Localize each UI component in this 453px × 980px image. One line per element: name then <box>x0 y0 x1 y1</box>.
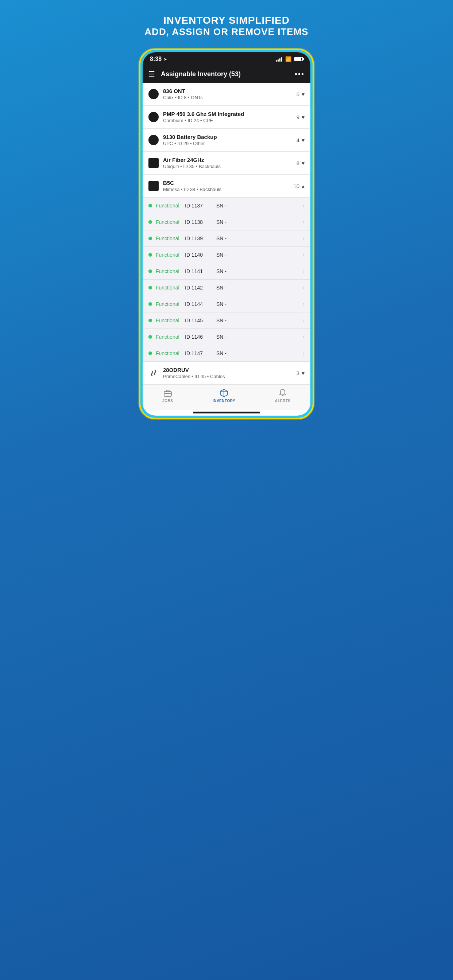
chevron-right-icon[interactable]: › <box>303 251 305 258</box>
chevron-down-icon[interactable] <box>301 160 305 167</box>
battery-icon <box>294 57 303 61</box>
nav-item-alerts[interactable]: ALERTS <box>275 389 291 403</box>
status-label: Functional <box>156 268 185 274</box>
sub-item[interactable]: Functional ID 1146 SN - › <box>143 329 310 345</box>
item-icon-circle <box>148 89 159 99</box>
item-name: 28ODRUV <box>163 367 292 373</box>
sub-item-sn: SN - <box>216 334 303 340</box>
item-icon-circle <box>148 135 159 145</box>
page-wrapper: INVENTORY SIMPLIFIED ADD, ASSIGN OR REMO… <box>135 14 318 419</box>
sub-item[interactable]: Functional ID 1141 SN - › <box>143 263 310 280</box>
sub-items-list: Functional ID 1137 SN - › Functional ID … <box>143 197 310 362</box>
status-dot-icon <box>148 204 152 207</box>
hero-line1: INVENTORY SIMPLIFIED <box>144 14 308 26</box>
phone-frame: 8:38 ➤ 📶 ☰ <box>139 48 314 419</box>
status-dot-icon <box>148 335 152 339</box>
app-header: ☰ Assignable Inventory (53) ••• <box>143 65 310 83</box>
list-item[interactable]: PMP 450 3.6 Ghz SM Integrated Cambium • … <box>143 106 310 129</box>
status-label: Functional <box>156 350 185 356</box>
sub-item-sn: SN - <box>216 235 303 241</box>
bell-icon <box>278 389 287 398</box>
chevron-right-icon[interactable]: › <box>303 268 305 275</box>
status-label: Functional <box>156 318 185 323</box>
nav-label-jobs: JOBS <box>162 399 173 403</box>
item-meta: Mimosa • ID 38 • Backhauls <box>163 187 289 192</box>
inventory-list: 836 ONT Calix • ID 8 • ONTs 5 PMP 450 3.… <box>143 83 310 385</box>
sub-item-id: ID 1141 <box>185 268 211 274</box>
item-name: Air Fiber 24GHz <box>163 157 292 163</box>
nav-item-jobs[interactable]: JOBS <box>162 389 173 403</box>
chevron-up-icon[interactable] <box>301 183 305 189</box>
sub-item-sn: SN - <box>216 219 303 225</box>
item-name: PMP 450 3.6 Ghz SM Integrated <box>163 111 292 117</box>
sub-item[interactable]: Functional ID 1144 SN - › <box>143 296 310 312</box>
hero-section: INVENTORY SIMPLIFIED ADD, ASSIGN OR REMO… <box>144 14 308 38</box>
item-meta: Calix • ID 8 • ONTs <box>163 95 292 100</box>
item-name: 9130 Battery Backup <box>163 134 292 140</box>
status-dot-icon <box>148 253 152 257</box>
status-label: Functional <box>156 252 185 258</box>
svg-rect-0 <box>164 391 171 396</box>
chevron-right-icon[interactable]: › <box>303 301 305 307</box>
chevron-right-icon[interactable]: › <box>303 219 305 225</box>
sub-item-id: ID 1145 <box>185 318 211 323</box>
item-count: 10 <box>293 183 305 189</box>
sub-item-sn: SN - <box>216 318 303 323</box>
chevron-down-icon[interactable] <box>301 114 305 121</box>
wifi-icon: 📶 <box>285 56 292 62</box>
sub-item-sn: SN - <box>216 268 303 274</box>
sub-item[interactable]: Functional ID 1139 SN - › <box>143 231 310 247</box>
sub-item-id: ID 1137 <box>185 203 211 208</box>
status-dot-icon <box>148 220 152 224</box>
chevron-down-icon[interactable] <box>301 137 305 144</box>
list-item[interactable]: Air Fiber 24GHz Ubiquiti • ID 35 • Backh… <box>143 152 310 175</box>
more-options-icon[interactable]: ••• <box>295 70 305 78</box>
hero-line2: ADD, ASSIGN OR REMOVE ITEMS <box>144 26 308 38</box>
chevron-right-icon[interactable]: › <box>303 317 305 324</box>
sub-item-id: ID 1139 <box>185 235 211 241</box>
item-meta: Ubiquiti • ID 35 • Backhauls <box>163 164 292 169</box>
status-dot-icon <box>148 302 152 306</box>
nav-item-inventory[interactable]: INVENTORY <box>213 389 235 403</box>
status-dot-icon <box>148 352 152 355</box>
status-icons: 📶 <box>276 56 303 62</box>
item-name: B5C <box>163 180 289 186</box>
item-icon-square <box>148 181 159 191</box>
list-item[interactable]: B5C Mimosa • ID 38 • Backhauls 10 <box>143 175 310 197</box>
home-indicator <box>193 412 260 414</box>
sub-item-id: ID 1142 <box>185 285 211 291</box>
status-dot-icon <box>148 319 152 322</box>
chevron-right-icon[interactable]: › <box>303 202 305 209</box>
status-label: Functional <box>156 301 185 307</box>
briefcase-icon <box>163 389 172 398</box>
nav-label-inventory: INVENTORY <box>213 399 235 403</box>
sub-item[interactable]: Functional ID 1147 SN - › <box>143 345 310 362</box>
item-meta: PrimeCables • ID 45 • Cables <box>163 374 292 379</box>
chevron-right-icon[interactable]: › <box>303 334 305 340</box>
list-item[interactable]: 9130 Battery Backup UPC • ID 29 • Other … <box>143 129 310 152</box>
list-item[interactable]: 836 ONT Calix • ID 8 • ONTs 5 <box>143 83 310 106</box>
item-count: 5 <box>297 91 305 98</box>
chevron-down-icon[interactable] <box>301 370 305 377</box>
nav-label-alerts: ALERTS <box>275 399 291 403</box>
sub-item[interactable]: Functional ID 1140 SN - › <box>143 247 310 263</box>
chevron-right-icon[interactable]: › <box>303 235 305 242</box>
item-icon-circle <box>148 112 159 122</box>
status-time: 8:38 ➤ <box>150 56 167 62</box>
chevron-right-icon[interactable]: › <box>303 350 305 356</box>
status-label: Functional <box>156 235 185 241</box>
sub-item[interactable]: Functional ID 1142 SN - › <box>143 280 310 296</box>
sub-item[interactable]: Functional ID 1137 SN - › <box>143 197 310 214</box>
item-meta: UPC • ID 29 • Other <box>163 141 292 146</box>
phone-screen: 8:38 ➤ 📶 ☰ <box>143 52 310 415</box>
hamburger-menu-icon[interactable]: ☰ <box>148 70 155 78</box>
chevron-down-icon[interactable] <box>301 91 305 98</box>
sub-item[interactable]: Functional ID 1138 SN - › <box>143 214 310 231</box>
item-meta: Cambium • ID 24 • CPE <box>163 118 292 123</box>
sub-item-id: ID 1144 <box>185 301 211 307</box>
chevron-right-icon[interactable]: › <box>303 285 305 291</box>
sub-item[interactable]: Functional ID 1145 SN - › <box>143 312 310 329</box>
status-bar: 8:38 ➤ 📶 <box>143 52 310 65</box>
sub-item-id: ID 1138 <box>185 219 211 225</box>
list-item[interactable]: 28ODRUV PrimeCables • ID 45 • Cables 3 <box>143 362 310 385</box>
